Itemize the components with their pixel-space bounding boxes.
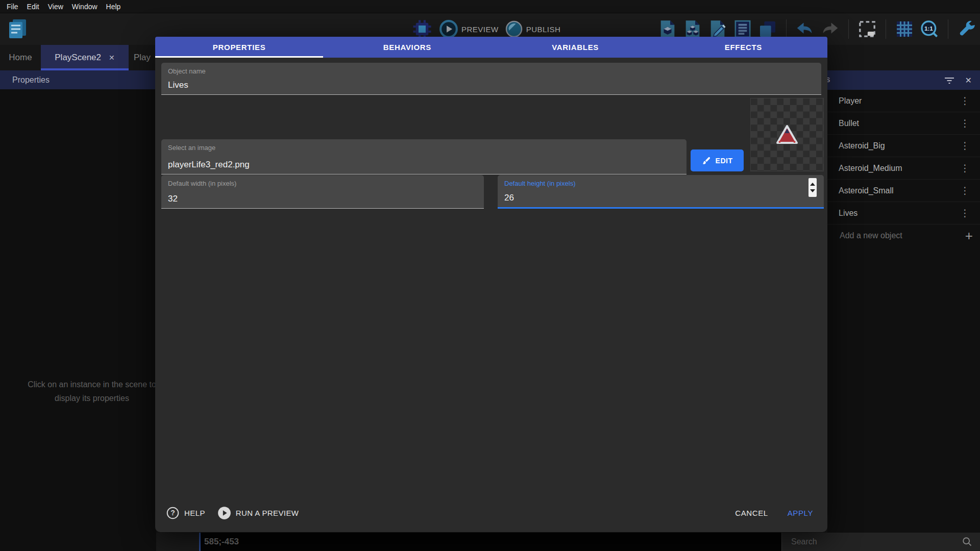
object-name-field[interactable]: Object name Lives [161,63,821,95]
select-image-value: playerLife3_red2.png [168,160,250,170]
menu-edit[interactable]: Edit [27,3,39,11]
objects-search-bar [781,533,980,551]
undo-icon[interactable] [795,19,815,39]
toolbar-separator [948,19,948,39]
object-name-value: Lives [168,80,188,90]
object-label: Asteroid_Small [839,186,894,195]
svg-text:1:1: 1:1 [924,25,933,32]
menu-file[interactable]: File [7,3,18,11]
tab-playscene2[interactable]: PlayScene2 ✕ [41,45,129,70]
filter-icon[interactable] [944,76,955,84]
publish-label: PUBLISH [526,25,561,34]
tab-play-label: Play [134,53,151,63]
default-height-label: Default height (in pixels) [504,180,575,187]
objects-panel: Objects ✕ Player ⋮ Bullet ⋮ Asteroid_Big… [827,70,980,551]
kebab-menu-icon[interactable]: ⋮ [958,162,972,174]
preview-play-icon [439,19,458,39]
objects-panel-header: Objects ✕ [827,70,980,90]
tab-variables[interactable]: VARIABLES [492,37,659,58]
add-new-object-button[interactable]: Add a new object + [827,224,980,247]
preview-label: PREVIEW [461,25,499,34]
tab-behaviors[interactable]: BEHAVIORS [323,37,491,58]
dialog-tab-bar: PROPERTIES BEHAVIORS VARIABLES EFFECTS [155,37,827,58]
sprite-preview[interactable] [750,98,824,171]
apply-button[interactable]: APPLY [788,509,813,517]
object-label: Bullet [839,119,859,128]
publish-globe-icon [505,20,523,38]
run-preview-play-icon [217,506,231,520]
edit-button-label: EDIT [716,157,733,165]
menu-window[interactable]: Window [72,3,97,11]
object-row-asteroid-medium[interactable]: Asteroid_Medium ⋮ [827,157,980,180]
properties-empty-message: Click on an instance in the scene to dis… [0,378,156,405]
run-preview-label: RUN A PREVIEW [236,509,299,517]
properties-panel-title: Properties [12,76,50,85]
default-width-field[interactable]: Default width (in pixels) 32 [161,175,484,209]
project-manager-icon [7,17,28,41]
help-label: HELP [184,509,205,517]
object-label: Player [839,96,862,106]
kebab-menu-icon[interactable]: ⋮ [958,95,972,107]
tab-effects[interactable]: EFFECTS [659,37,827,58]
toolbar-separator [786,19,787,39]
redo-icon[interactable] [820,19,840,39]
menu-bar: File Edit View Window Help [0,0,980,13]
tab-home[interactable]: Home [0,45,41,70]
cursor-coordinates: 585;-453 [201,537,239,547]
instance-properties-panel: Properties Click on an instance in the s… [0,70,156,551]
search-icon [962,536,973,547]
select-image-field[interactable]: Select an image playerLife3_red2.png [161,139,687,174]
ship-sprite-image [776,124,798,145]
settings-wrench-icon[interactable] [957,18,977,40]
object-name-label: Object name [168,67,206,75]
toolbar-separator [848,19,849,39]
canvas-toolbar-strip [156,533,199,551]
object-row-bullet[interactable]: Bullet ⋮ [827,112,980,135]
search-input[interactable] [791,537,962,546]
select-image-label: Select an image [168,144,215,152]
tab-home-label: Home [9,53,32,63]
tab-close-icon[interactable]: ✕ [109,54,115,62]
menu-view[interactable]: View [48,3,63,11]
clear-selection-icon[interactable] [857,19,877,39]
plus-icon: + [965,229,973,242]
default-height-field[interactable]: Default height (in pixels) 26 [498,175,824,209]
menu-help[interactable]: Help [106,3,121,11]
run-preview-button[interactable]: RUN A PREVIEW [217,506,299,520]
stepper-down-icon[interactable] [810,189,815,192]
dialog-footer: ? HELP RUN A PREVIEW CANCEL APPLY [155,493,827,532]
preview-button[interactable]: PREVIEW [439,19,499,39]
svg-text:?: ? [170,509,175,517]
help-icon: ? [166,506,180,520]
object-row-player[interactable]: Player ⋮ [827,90,980,112]
cancel-button[interactable]: CANCEL [735,509,768,517]
scene-canvas-strip: 585;-453 [199,533,781,551]
edit-image-button[interactable]: EDIT [691,149,744,171]
grid-icon[interactable] [894,19,915,39]
object-label: Asteroid_Big [839,141,885,151]
object-row-lives[interactable]: Lives ⋮ [827,202,980,224]
default-height-value: 26 [504,193,514,203]
kebab-menu-icon[interactable]: ⋮ [958,117,972,129]
object-row-asteroid-small[interactable]: Asteroid_Small ⋮ [827,180,980,202]
help-button[interactable]: ? HELP [166,506,205,520]
default-width-value: 32 [168,194,178,204]
object-label: Asteroid_Medium [839,164,902,173]
stepper-up-icon[interactable] [810,183,815,186]
default-width-label: Default width (in pixels) [168,180,236,187]
tab-properties[interactable]: PROPERTIES [155,37,323,58]
object-editor-dialog: PROPERTIES BEHAVIORS VARIABLES EFFECTS O… [155,37,827,532]
kebab-menu-icon[interactable]: ⋮ [958,185,972,196]
close-panel-icon[interactable]: ✕ [965,76,972,85]
kebab-menu-icon[interactable]: ⋮ [958,207,972,219]
object-row-asteroid-big[interactable]: Asteroid_Big ⋮ [827,135,980,157]
add-new-object-label: Add a new object [840,231,902,240]
zoom-one-to-one-icon[interactable]: 1:1 [919,19,940,39]
properties-panel-header: Properties [0,70,156,89]
project-manager-button[interactable] [7,17,28,41]
toolbar-separator [886,19,886,39]
tab-playscene2-label: PlayScene2 [55,53,101,63]
publish-button[interactable]: PUBLISH [505,20,561,38]
kebab-menu-icon[interactable]: ⋮ [958,140,972,152]
paintbrush-icon [702,156,711,165]
